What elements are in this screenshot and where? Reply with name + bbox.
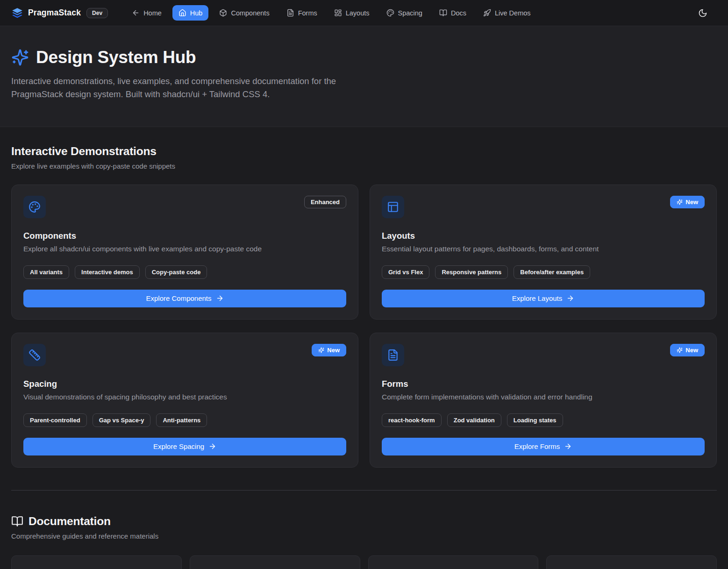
docs-section: Documentation Comprehensive guides and r… [11,491,717,569]
docs-section-subtitle: Comprehensive guides and reference mater… [11,532,717,540]
explore-spacing-button[interactable]: Explore Spacing [23,438,346,455]
tag: Before/after examples [514,265,590,279]
nav-item-spacing[interactable]: Spacing [380,5,428,21]
card-title: Layouts [382,231,705,241]
card-description: Visual demonstrations of spacing philoso… [23,393,346,401]
tag: Gap vs Space-y [93,413,151,427]
tag: Zod validation [447,413,501,427]
page-subtitle: Interactive demonstrations, live example… [11,75,359,101]
demo-card-components: Enhanced Components Explore all shadcn/u… [11,185,358,320]
demo-card-layouts: New Layouts Essential layout patterns fo… [370,185,717,320]
enhanced-badge: Enhanced [304,196,346,208]
demo-card-forms: New Forms Complete form implementations … [370,333,717,468]
explore-forms-button[interactable]: Explore Forms [382,438,705,455]
button-label: Explore Layouts [512,294,563,302]
tag: Interactive demos [75,265,140,279]
badge-label: New [327,347,340,354]
docs-section-title: Documentation [29,515,111,528]
tag: Parent-controlled [23,413,87,427]
card-description: Essential layout patterns for pages, das… [382,245,705,253]
card-title: Components [23,231,346,241]
nav-item-hub[interactable]: Hub [172,5,209,21]
sparkles-icon [677,347,683,353]
doc-card-quick-start[interactable]: Quick Start 5-minute crash course [11,555,182,569]
nav-item-components[interactable]: Components [213,5,275,21]
doc-card-quick-reference[interactable]: Quick Reference Cheat sheet for lookups [546,555,717,569]
tag: Anti-patterns [156,413,207,427]
arrow-right-icon [566,294,574,302]
badge-label: New [685,347,698,354]
package-icon [219,9,227,17]
tag-row: Grid vs Flex Responsive patterns Before/… [382,265,705,279]
arrow-right-icon [564,442,572,450]
nav-label: Hub [190,9,203,17]
nav-label: Home [143,9,162,17]
palette-icon [23,196,46,218]
tag: Loading states [507,413,563,427]
explore-layouts-button[interactable]: Explore Layouts [382,290,705,307]
main-content: Interactive Demonstrations Explore live … [0,127,728,569]
sparkles-icon [677,199,683,205]
new-badge: New [670,196,705,208]
arrow-right-icon [208,442,216,450]
arrow-right-icon [216,294,224,302]
ruler-icon [23,344,46,366]
nav-label: Spacing [398,9,422,17]
demo-card-spacing: New Spacing Visual demonstrations of spa… [11,333,358,468]
home-icon [178,9,186,17]
nav-label: Live Demos [495,9,531,17]
brand-logo-link[interactable]: PragmaStack [11,7,81,19]
button-label: Explore Forms [514,442,560,450]
nav-label: Forms [298,9,317,17]
layout-dashboard-icon [334,9,342,17]
nav-label: Docs [451,9,466,17]
file-text-icon [382,344,404,366]
button-label: Explore Components [146,294,211,302]
page-title: Design System Hub [36,48,196,67]
new-badge: New [312,344,346,356]
tag-row: react-hook-form Zod validation Loading s… [382,413,705,427]
sparkles-icon [318,347,324,353]
tag-row: All variants Interactive demos Copy-past… [23,265,346,279]
explore-components-button[interactable]: Explore Components [23,290,346,307]
palette-icon [386,9,394,17]
book-open-icon [439,9,447,17]
nav-item-forms[interactable]: Forms [280,5,323,21]
panels-top-left-icon [382,196,404,218]
badge-label: New [685,199,698,206]
hero-section: Design System Hub Interactive demonstrat… [0,26,728,127]
tag: Responsive patterns [435,265,508,279]
tag: Copy-paste code [145,265,207,279]
button-label: Explore Spacing [153,442,204,450]
card-description: Complete form implementations with valid… [382,393,705,401]
nav-label: Components [231,9,269,17]
demo-card-grid: Enhanced Components Explore all shadcn/u… [11,185,717,468]
tag: Grid vs Flex [382,265,429,279]
doc-card-ai-guidelines[interactable]: AI Guidelines Rules for AI code generati… [368,555,539,569]
demos-section: Interactive Demonstrations Explore live … [11,127,717,468]
tag: react-hook-form [382,413,442,427]
nav-item-live-demos[interactable]: Live Demos [477,5,537,21]
layers-logo-icon [11,7,23,19]
card-title: Forms [382,379,705,389]
badge-label: Enhanced [311,199,340,206]
file-text-icon [286,9,294,17]
env-badge: Dev [86,8,108,18]
doc-card-complete-documentation[interactable]: Complete Documentation Full design syste… [190,555,360,569]
theme-toggle-button[interactable] [694,5,711,21]
tag-row: Parent-controlled Gap vs Space-y Anti-pa… [23,413,346,427]
main-nav: Home Hub Components Forms Layouts Spacin… [126,5,536,21]
moon-icon [698,8,707,18]
nav-item-layouts[interactable]: Layouts [328,5,376,21]
nav-label: Layouts [346,9,370,17]
nav-item-docs[interactable]: Docs [433,5,472,21]
new-badge: New [670,344,705,356]
nav-item-home-back[interactable]: Home [126,5,168,21]
arrow-left-icon [132,9,140,17]
docs-card-grid: Quick Start 5-minute crash course Comple… [11,555,717,569]
sparkles-icon [11,49,29,66]
card-description: Explore all shadcn/ui components with li… [23,245,346,253]
tag: All variants [23,265,69,279]
card-title: Spacing [23,379,346,389]
demos-section-subtitle: Explore live examples with copy-paste co… [11,162,717,170]
